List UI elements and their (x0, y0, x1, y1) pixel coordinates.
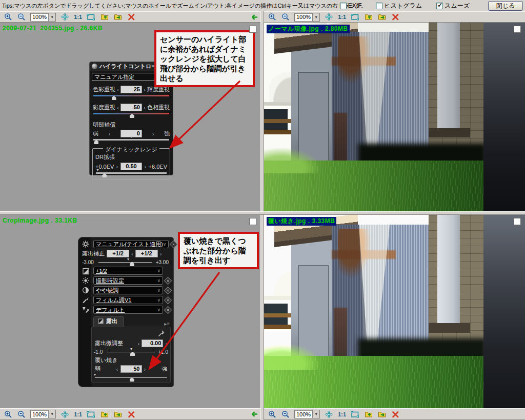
spin-right-icon[interactable]: › (165, 341, 167, 347)
zoom-out-icon[interactable] (17, 410, 26, 418)
pane-select-checkbox[interactable] (249, 218, 256, 225)
photo-normal-develop[interactable] (264, 23, 525, 211)
folder-open-icon[interactable] (364, 13, 373, 22)
color-luma-slider[interactable] (93, 94, 169, 99)
folder-export-icon[interactable] (377, 13, 386, 22)
spin-left-icon[interactable]: ‹ (116, 164, 118, 170)
dropdown-arrow-icon[interactable]: ▼ (48, 410, 55, 418)
photo-dodged[interactable] (264, 215, 525, 408)
pan-icon[interactable] (60, 13, 69, 22)
pane-top-right[interactable]: ノーマル現像.jpg . 2.80MB (264, 23, 525, 211)
zoom-out-icon[interactable] (281, 410, 290, 418)
zoom-in-icon[interactable] (4, 410, 12, 418)
actual-size-button[interactable]: 1:1 (74, 411, 82, 417)
pane-bottom-left[interactable]: CropImage.jpg . 33.1KB マニュアル(テイスト適用) ∨ 露… (0, 215, 260, 408)
exposure-scale[interactable]: -3.00 ▾ +3.00 (82, 259, 169, 265)
dialog-close-icon[interactable] (92, 64, 97, 69)
exposure-icon[interactable] (80, 267, 91, 275)
actual-size-button[interactable]: 1:1 (338, 411, 346, 417)
folder-export-icon[interactable] (377, 410, 386, 418)
exposure-dropdown[interactable]: +1/2 ∨ (93, 267, 163, 275)
dodge-value[interactable]: 50 (120, 365, 142, 373)
contrast-dropdown[interactable]: やや硬調 ∨ (93, 286, 163, 294)
dr-slider[interactable]: ▾ (96, 171, 167, 176)
zoom-in-icon[interactable] (268, 13, 276, 22)
fine-adjust-value[interactable]: 0.00 (142, 339, 163, 347)
film-dropdown[interactable]: フィルム調V1 ∨ (93, 296, 163, 304)
spin-left-icon[interactable]: ‹ (131, 251, 133, 257)
white-balance-dropdown[interactable]: 撮影時設定 ∨ (93, 276, 163, 285)
actual-size-button[interactable]: 1:1 (74, 14, 82, 20)
pane-top-left[interactable]: 2009-07-21_204355.jpg . 26.6KB ハイライトコントロ… (0, 23, 260, 211)
spin-left-icon[interactable]: ‹ (138, 341, 140, 347)
zoom-level-select[interactable]: 100% ▼ (30, 13, 56, 22)
folder-export-icon[interactable] (113, 410, 122, 418)
slider-thumb[interactable] (112, 96, 116, 100)
swap-arrow-icon[interactable] (250, 410, 258, 418)
zoom-level-select[interactable]: 100% ▼ (294, 13, 320, 22)
folder-open-icon[interactable] (364, 410, 373, 418)
fine-adjust-scale[interactable]: -1.0 ▾ +1.0 (94, 349, 168, 355)
smooth-checkbox[interactable]: ✓ (436, 3, 443, 9)
actual-size-button[interactable]: 1:1 (338, 14, 346, 20)
fit-window-icon[interactable] (351, 13, 359, 22)
pan-icon[interactable] (325, 410, 333, 418)
vertical-splitter[interactable] (260, 11, 264, 420)
fit-window-icon[interactable] (87, 13, 95, 22)
add-preset-button[interactable] (170, 240, 178, 248)
slider-thumb[interactable] (130, 114, 134, 118)
contrast-icon[interactable] (80, 286, 91, 294)
spin-left-icon[interactable]: ‹ (116, 366, 118, 372)
spin-left-icon[interactable]: ‹ (109, 131, 111, 137)
slider-thumb[interactable] (130, 352, 135, 356)
spin-right-icon[interactable]: › (144, 164, 146, 170)
sat-hue-slider[interactable] (93, 112, 169, 117)
slider-thumb[interactable] (102, 173, 107, 177)
pan-icon[interactable] (60, 410, 69, 418)
add-film-button[interactable] (164, 296, 172, 304)
zoom-out-icon[interactable] (17, 13, 26, 22)
dodge-scale[interactable]: ▾ (94, 374, 168, 381)
sat-hue-value[interactable]: 50 (120, 104, 142, 111)
zoom-level-select[interactable]: 100% ▼ (30, 410, 56, 418)
smooth-checkbox-group[interactable]: ✓ スムーズ (436, 2, 470, 10)
folder-open-icon[interactable] (100, 13, 109, 22)
dr-value[interactable]: 0.50 (120, 163, 142, 170)
tone-slider[interactable]: ▾ (93, 138, 169, 143)
pan-icon[interactable] (325, 13, 333, 22)
horizontal-splitter[interactable] (0, 211, 525, 215)
close-image-icon[interactable] (127, 13, 135, 22)
pane-bottom-right[interactable]: 覆い焼き.jpg . 3.33MB (264, 215, 525, 408)
close-button[interactable]: 閉じる (488, 1, 523, 11)
zoom-out-icon[interactable] (281, 13, 290, 22)
eyedropper-icon[interactable] (157, 329, 165, 337)
zoom-level-select[interactable]: 100% ▼ (294, 410, 320, 418)
exif-checkbox[interactable] (340, 3, 347, 9)
zoom-in-icon[interactable] (268, 410, 276, 418)
preset-dropdown[interactable]: マニュアル(テイスト適用) ∨ (93, 240, 169, 248)
add-default-button[interactable] (164, 306, 172, 314)
tab-menu-icon[interactable]: ▸≡ (164, 321, 171, 327)
brush-icon[interactable] (80, 296, 91, 304)
slider-thumb[interactable] (130, 377, 134, 382)
gear-icon[interactable] (80, 240, 91, 248)
fit-window-icon[interactable] (87, 410, 95, 418)
spin-left-icon[interactable]: ‹ (117, 87, 119, 93)
pane-select-checkbox[interactable] (249, 26, 256, 33)
dropdown-arrow-icon[interactable]: ▼ (48, 13, 55, 21)
sun-icon[interactable] (80, 276, 91, 285)
pane-select-checkbox[interactable] (514, 26, 521, 33)
close-image-icon[interactable] (391, 410, 399, 418)
zoom-in-icon[interactable] (4, 13, 12, 22)
pane-select-checkbox[interactable] (514, 218, 521, 225)
spin-right-icon[interactable]: › (144, 366, 146, 372)
dropdown-arrow-icon[interactable]: ▼ (312, 410, 319, 418)
exif-checkbox-group[interactable]: EXIF (340, 2, 362, 9)
spin-right-icon[interactable]: › (144, 105, 146, 111)
histogram-checkbox-group[interactable]: ヒストグラム (376, 2, 422, 10)
close-image-icon[interactable] (391, 13, 399, 22)
mask-brush-icon[interactable] (80, 306, 91, 314)
spin-right-icon[interactable]: › (160, 251, 162, 257)
color-luma-value[interactable]: 25 (120, 86, 142, 93)
close-image-icon[interactable] (127, 410, 135, 418)
